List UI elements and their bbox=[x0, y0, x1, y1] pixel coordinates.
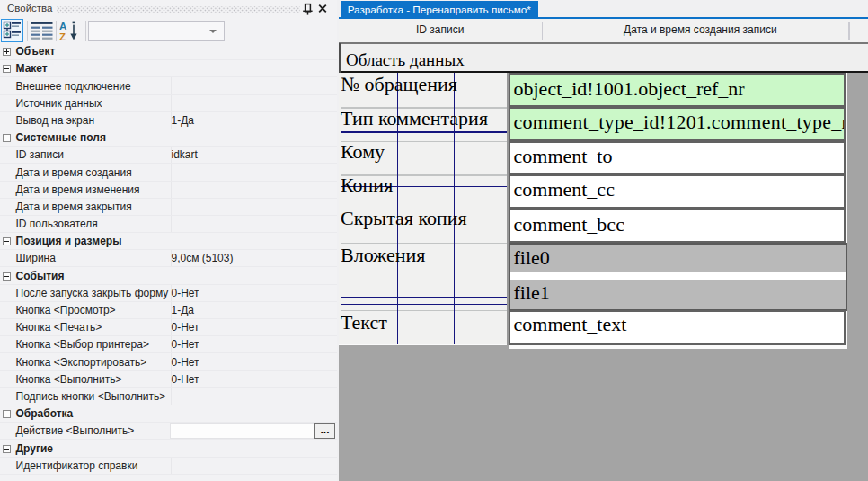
svg-text:Z: Z bbox=[59, 31, 66, 42]
svg-text:A: A bbox=[59, 21, 66, 31]
